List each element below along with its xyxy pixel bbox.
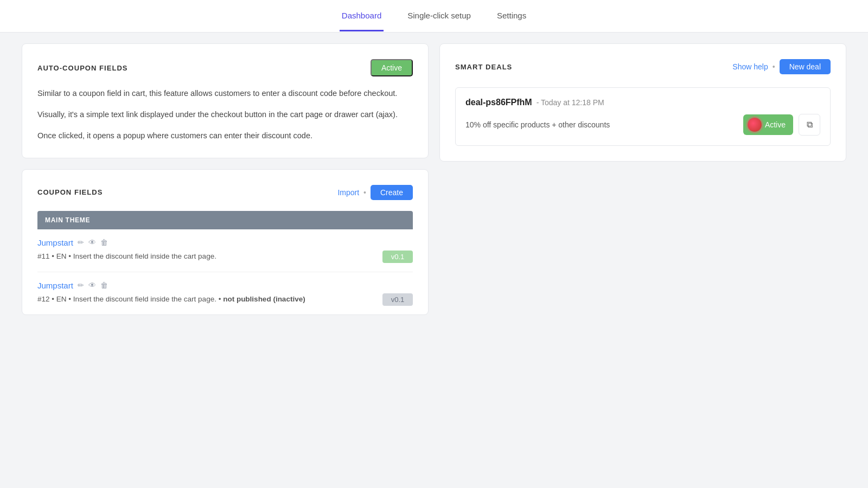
deal-copy-button[interactable]: ⧉ <box>799 114 820 136</box>
create-button[interactable]: Create <box>371 185 413 200</box>
coupon-fields-card: COUPON FIELDS Import • Create MAIN THEME… <box>22 169 429 315</box>
coupon-2-link[interactable]: Jumpstart <box>37 281 73 290</box>
coupon-fields-title: COUPON FIELDS <box>37 188 103 196</box>
separator: • <box>363 188 366 197</box>
coupon-2-desc-text: #12 • EN • Insert the discount field ins… <box>37 294 382 305</box>
coupon-item-2-top: Jumpstart ✏ 👁 🗑 <box>37 281 413 290</box>
smart-deals-header: SMART DEALS Show help • New deal <box>455 59 831 74</box>
nav-single-click-setup[interactable]: Single-click setup <box>405 1 473 31</box>
autocoupon-status-button[interactable]: Active <box>371 59 413 76</box>
nav-settings[interactable]: Settings <box>495 1 528 31</box>
coupon-1-link[interactable]: Jumpstart <box>37 238 73 247</box>
coupon-2-version-badge: v0.1 <box>382 293 413 306</box>
copy-icon: ⧉ <box>807 120 813 130</box>
top-navigation: Dashboard Single-click setup Settings <box>0 0 868 33</box>
import-link[interactable]: Import <box>337 188 359 197</box>
autocoupon-para-3: Once clicked, it opens a popup where cus… <box>37 130 413 142</box>
show-help-link[interactable]: Show help <box>732 62 768 71</box>
coupon-fields-actions: Import • Create <box>337 185 413 200</box>
coupon-2-not-published: not published (inactive) <box>223 295 305 303</box>
main-theme-header: MAIN THEME <box>37 211 413 229</box>
deal-status-label: Active <box>765 120 786 129</box>
coupon-item-1: Jumpstart ✏ 👁 🗑 #11 • EN • Insert the di… <box>37 229 413 272</box>
autocoupon-card: AUTO-COUPON FIELDS Active Similar to a c… <box>22 43 429 158</box>
coupon-1-version-badge: v0.1 <box>382 251 413 263</box>
left-column: AUTO-COUPON FIELDS Active Similar to a c… <box>22 43 429 315</box>
right-column: SMART DEALS Show help • New deal deal-ps… <box>439 43 846 315</box>
coupon-item-1-top: Jumpstart ✏ 👁 🗑 <box>37 238 413 247</box>
coupon-1-desc-text: #11 • EN • Insert the discount field ins… <box>37 251 382 262</box>
main-content: AUTO-COUPON FIELDS Active Similar to a c… <box>11 33 857 326</box>
coupon-item-1-desc: #11 • EN • Insert the discount field ins… <box>37 251 413 263</box>
autocoupon-body: Similar to a coupon field in cart, this … <box>37 87 413 143</box>
smart-deals-actions: Show help • New deal <box>732 59 831 74</box>
coupon-item-2-desc: #12 • EN • Insert the discount field ins… <box>37 293 413 306</box>
deal-name: deal-ps86FPfhM <box>465 98 532 107</box>
coupon-1-eye-icon[interactable]: 👁 <box>88 238 96 247</box>
smart-deals-title: SMART DEALS <box>455 63 512 71</box>
smart-deals-card: SMART DEALS Show help • New deal deal-ps… <box>439 43 846 162</box>
deal-title-row: deal-ps86FPfhM - Today at 12:18 PM <box>465 98 820 107</box>
deal-item-1: deal-ps86FPfhM - Today at 12:18 PM 10% o… <box>455 87 831 146</box>
autocoupon-para-1: Similar to a coupon field in cart, this … <box>37 87 413 100</box>
deal-description: 10% off specific products + other discou… <box>465 119 610 131</box>
deal-timestamp: - Today at 12:18 PM <box>537 98 604 107</box>
autocoupon-title: AUTO-COUPON FIELDS <box>37 64 128 72</box>
coupon-1-edit-icon[interactable]: ✏ <box>78 238 84 247</box>
coupon-2-eye-icon[interactable]: 👁 <box>88 281 96 290</box>
coupon-fields-header: COUPON FIELDS Import • Create <box>37 185 413 200</box>
autocoupon-para-2: Visually, it's a simple text link displa… <box>37 108 413 121</box>
deal-desc-row: 10% off specific products + other discou… <box>465 114 820 136</box>
toggle-circle-icon <box>748 118 762 132</box>
coupon-1-trash-icon[interactable]: 🗑 <box>100 238 108 247</box>
deal-status-toggle[interactable]: Active <box>743 114 793 135</box>
new-deal-button[interactable]: New deal <box>780 59 831 74</box>
autocoupon-header: AUTO-COUPON FIELDS Active <box>37 59 413 76</box>
coupon-2-edit-icon[interactable]: ✏ <box>78 281 84 290</box>
nav-dashboard[interactable]: Dashboard <box>340 1 384 31</box>
smart-separator: • <box>773 62 775 71</box>
deal-actions: Active ⧉ <box>743 114 820 136</box>
coupon-2-trash-icon[interactable]: 🗑 <box>100 281 108 290</box>
coupon-item-2: Jumpstart ✏ 👁 🗑 #12 • EN • Insert the di… <box>37 272 413 314</box>
